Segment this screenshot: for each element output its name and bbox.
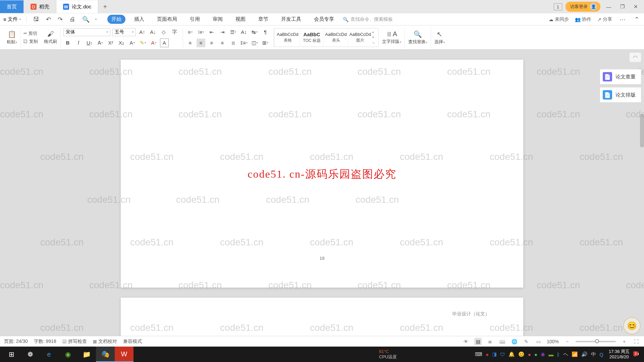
page-view-button[interactable]: ▤ [474, 338, 482, 345]
highlight-button[interactable]: ✎▾ [139, 39, 147, 47]
justify-button[interactable]: ≡ [218, 39, 227, 47]
taskbar-clock[interactable]: 17:36 周五 2021/8/20 [609, 349, 630, 359]
scrollbar-thumb[interactable] [640, 114, 644, 147]
more-button[interactable]: ⋯ [618, 16, 627, 23]
line-spacing-button[interactable]: ‡≡▾ [239, 39, 248, 47]
decrease-font-button[interactable]: A↓ [149, 28, 157, 37]
text-direction-button[interactable]: ↹▾ [250, 28, 259, 37]
fit-page-button[interactable]: ▭ [535, 338, 542, 345]
find-replace-group[interactable]: 🔍 查找替换▾ [405, 27, 431, 48]
tray-icon[interactable]: ● [528, 352, 531, 357]
style-item[interactable]: AaBbCcDd图片 [348, 29, 372, 46]
spell-check-toggle[interactable]: ☑拼写检查 [62, 339, 87, 345]
align-center-button[interactable]: ≡ [197, 39, 205, 47]
zoom-out-button[interactable]: − [564, 338, 571, 345]
tray-icon[interactable]: ● [534, 352, 537, 357]
align-right-button[interactable]: ≡ [207, 39, 216, 47]
bold-button[interactable]: B [63, 39, 72, 47]
paste-group[interactable]: 📋 粘贴▾ [3, 27, 21, 48]
start-button[interactable]: ⊞ [2, 347, 21, 362]
menu-tab-start[interactable]: 开始 [107, 15, 125, 24]
text-layout-group[interactable]: ⫼A 文字排版▾ [379, 27, 405, 48]
menu-tab-chapter[interactable]: 章节 [254, 15, 272, 24]
preview-button[interactable]: 🔍 [81, 16, 91, 23]
style-item[interactable]: AaBbCcDd表头 [324, 29, 348, 46]
task-app-active[interactable]: 🎭 [96, 347, 115, 362]
document-page[interactable]: code51. cn-源码乐园盗图必究 19 [121, 60, 523, 288]
border-button[interactable]: ⊞▾ [261, 39, 270, 47]
task-ie[interactable]: e [40, 347, 58, 362]
zoom-slider[interactable] [576, 341, 616, 342]
numbering-button[interactable]: ⁝≡▾ [197, 28, 205, 37]
cut-button[interactable]: ✂剪切 [23, 31, 38, 37]
minimize-button[interactable]: — [604, 4, 614, 10]
reading-mode-button[interactable]: 👁 [462, 338, 470, 345]
notification-badge[interactable]: 1 [554, 3, 562, 10]
collaborate-button[interactable]: 👥协作 [575, 16, 591, 22]
style-item[interactable]: AaBbCcDd表格 [276, 29, 300, 46]
tray-keyboard-icon[interactable]: ⌨ [475, 351, 482, 357]
zoom-in-button[interactable]: + [621, 338, 628, 345]
italic-button[interactable]: I [74, 39, 83, 47]
assistant-bubble[interactable]: 😊 [623, 317, 641, 335]
thesis-format-button[interactable]: 📄 论文排版 [600, 87, 641, 103]
file-menu[interactable]: ≡ 文件 ▾ [3, 16, 21, 22]
clear-format-button[interactable]: ◇ [159, 28, 168, 37]
font-color-button[interactable]: A▾ [149, 39, 158, 47]
bullets-button[interactable]: ≡▾ [186, 28, 195, 37]
web-view-button[interactable]: 📖 [498, 338, 506, 345]
proofread-toggle[interactable]: ⊠文档校对 [93, 339, 117, 345]
subscript-button[interactable]: X₂ [117, 39, 126, 47]
distribute-button[interactable]: ⫼ [229, 39, 237, 47]
menu-tab-review[interactable]: 审阅 [209, 15, 227, 24]
tab-docer[interactable]: D 稻壳 [24, 0, 56, 13]
redo-button[interactable]: ↷ [56, 16, 64, 23]
slider-thumb[interactable] [595, 339, 599, 343]
collapse-panel-button[interactable]: ◠ [629, 52, 641, 62]
menu-tab-reference[interactable]: 引用 [186, 15, 204, 24]
annotate-button[interactable]: ✎ [523, 338, 530, 345]
increase-indent-button[interactable]: ⇥ [218, 28, 227, 37]
tray-nvidia-icon[interactable]: ▬ [548, 352, 553, 357]
tray-icon[interactable]: Q [599, 352, 603, 357]
print-button[interactable]: 🖨 [68, 16, 77, 23]
task-app[interactable]: ❁ [21, 347, 40, 362]
asian-layout-button[interactable]: ☰▾ [229, 28, 237, 37]
tray-icon[interactable]: 😊 [518, 351, 525, 357]
chevron-down-icon[interactable]: ▾ [95, 18, 97, 21]
tray-arrow-icon[interactable]: ヘ [563, 351, 568, 358]
tab-document[interactable]: W 论文.doc [56, 0, 98, 13]
superscript-button[interactable]: X² [106, 39, 115, 47]
char-border-button[interactable]: A [160, 39, 169, 47]
menu-tab-view[interactable]: 视图 [231, 15, 250, 24]
close-button[interactable]: ✕ [631, 4, 641, 10]
style-item[interactable]: AaBbCTOC 标题 [300, 29, 324, 46]
share-button[interactable]: ↗分享 [597, 16, 612, 22]
task-explorer[interactable]: 📁 [77, 347, 96, 362]
task-wps[interactable]: W [115, 347, 133, 362]
tray-bluetooth-icon[interactable]: ᛒ [557, 352, 560, 357]
tab-home[interactable]: 首页 [0, 0, 24, 13]
action-center-button[interactable]: 💬3 [633, 351, 639, 357]
collapse-ribbon-button[interactable]: ⌃ [633, 16, 641, 23]
tray-icon[interactable]: ◉ [541, 351, 545, 357]
tray-notification-icon[interactable]: 🔔 [508, 351, 515, 357]
globe-view-button[interactable]: 🌐 [511, 338, 518, 345]
menu-tab-insert[interactable]: 插入 [130, 15, 148, 24]
tray-shield-icon[interactable]: 🛡 [500, 352, 505, 357]
sort-button[interactable]: A↕ [239, 28, 248, 37]
save-button[interactable]: 🖫 [32, 16, 41, 23]
outline-view-button[interactable]: ≣ [486, 338, 494, 345]
menu-tab-layout[interactable]: 页面布局 [153, 15, 181, 24]
menu-tab-devtools[interactable]: 开发工具 [277, 15, 305, 24]
font-select[interactable]: 宋体▾ [63, 28, 110, 36]
shading-button[interactable]: ◫▾ [250, 39, 259, 47]
align-left-button[interactable]: ≡ [186, 39, 195, 47]
task-browser[interactable]: ◉ [58, 347, 77, 362]
tray-ime-icon[interactable]: 中 [591, 351, 596, 358]
underline-button[interactable]: U▾ [85, 39, 94, 47]
para-marks-button[interactable]: ¶ [261, 28, 270, 37]
tray-icon[interactable]: ● [486, 352, 489, 357]
styles-scroll[interactable]: ▴▾⤡ [372, 29, 377, 46]
search-box[interactable]: 🔍 查找命令、搜索模板 [343, 15, 393, 24]
